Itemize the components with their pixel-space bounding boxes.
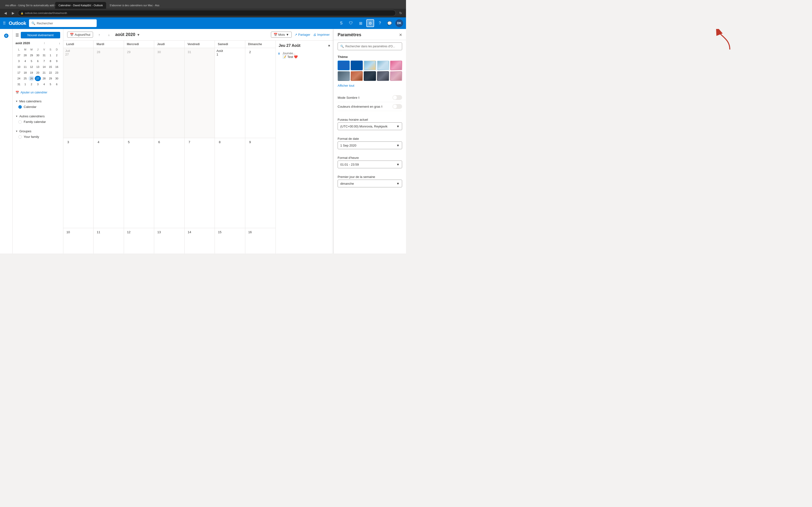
mini-cal-date[interactable]: 19: [29, 70, 34, 75]
time-format-dropdown[interactable]: 01:01 - 23:59 ▼: [338, 161, 402, 168]
cal-cell-jul29[interactable]: 29: [124, 48, 154, 138]
day-panel-event[interactable]: Journée... 📝 Test ❤️: [278, 51, 331, 60]
apps-icon[interactable]: ⊞: [357, 19, 364, 27]
mini-cal-date[interactable]: 12: [29, 64, 34, 69]
cal-cell-11[interactable]: 11: [94, 228, 124, 253]
mini-cal-date[interactable]: 3: [35, 81, 41, 87]
theme-swatch-7[interactable]: [364, 71, 376, 81]
calendar-item-your-family[interactable]: Your family: [15, 134, 60, 139]
afficher-tout-themes[interactable]: Afficher tout: [338, 83, 402, 89]
mini-cal-date[interactable]: 31: [41, 53, 47, 58]
cal-cell-jul28[interactable]: 28: [94, 48, 124, 138]
mini-cal-date[interactable]: 5: [48, 81, 53, 87]
theme-swatch-9[interactable]: [390, 71, 402, 81]
cal-cell-6[interactable]: 6: [154, 138, 185, 228]
theme-swatch-1[interactable]: [351, 61, 363, 70]
timezone-dropdown[interactable]: (UTC+00:00) Monrovia, Reykjavik ▼: [338, 122, 402, 130]
cal-next-button[interactable]: ↓: [106, 32, 112, 38]
mini-cal-date[interactable]: 24: [16, 76, 22, 81]
mini-cal-date[interactable]: 18: [22, 70, 28, 75]
mini-cal-date[interactable]: 16: [54, 64, 60, 69]
forward-button[interactable]: ▶: [10, 10, 16, 16]
mini-cal-date[interactable]: 3: [16, 58, 22, 64]
hamburger-menu[interactable]: ☰: [15, 33, 19, 38]
cal-cell-16[interactable]: 16: [245, 228, 275, 253]
theme-swatch-4[interactable]: [390, 61, 402, 70]
mini-cal-date[interactable]: 22: [48, 70, 53, 75]
event-color-toggle[interactable]: [393, 104, 402, 109]
mini-cal-prev[interactable]: ↑: [44, 42, 45, 45]
browser-tab-2[interactable]: Calendrier - David Kalajdžić - Outlook: [55, 2, 106, 9]
today-button[interactable]: 📅 Aujourd'hui: [67, 32, 93, 38]
mini-cal-date[interactable]: 15: [48, 64, 53, 69]
mini-cal-date[interactable]: 11: [22, 64, 28, 69]
cal-cell-12[interactable]: 12: [124, 228, 154, 253]
dark-mode-toggle[interactable]: [393, 95, 402, 100]
cal-cell-3[interactable]: 3: [63, 138, 94, 228]
cal-cell-4[interactable]: 4: [94, 138, 124, 228]
theme-swatch-6[interactable]: [351, 71, 363, 81]
theme-swatch-5[interactable]: [338, 71, 350, 81]
search-bar[interactable]: 🔍 Rechercher: [29, 19, 97, 27]
first-day-dropdown[interactable]: dimanche ▼: [338, 180, 402, 187]
mini-cal-date[interactable]: 9: [54, 58, 60, 64]
feedback-icon[interactable]: 💬: [386, 19, 394, 27]
theme-swatch-3[interactable]: [377, 61, 389, 70]
mini-cal-date[interactable]: 2: [29, 81, 34, 87]
mini-cal-date[interactable]: 20: [35, 70, 41, 75]
mini-cal-date[interactable]: 6: [35, 58, 41, 64]
mini-cal-date[interactable]: 28: [41, 76, 47, 81]
mini-cal-date[interactable]: 14: [41, 64, 47, 69]
mini-cal-date-26[interactable]: 26: [29, 76, 34, 81]
mini-cal-date[interactable]: 30: [35, 53, 41, 58]
my-calendars-title[interactable]: ▼ Mes calendriers: [15, 99, 60, 104]
reload-button[interactable]: ↻: [398, 10, 404, 16]
cal-cell-13[interactable]: 13: [154, 228, 185, 253]
settings-icon[interactable]: ⚙: [366, 19, 374, 27]
cal-cell-jul27[interactable]: Juil 27: [63, 48, 94, 138]
skype-icon[interactable]: S: [337, 19, 345, 27]
user-avatar[interactable]: DK: [395, 19, 403, 27]
mini-cal-date[interactable]: 30: [54, 76, 60, 81]
mini-cal-date-27-today[interactable]: 27: [35, 76, 41, 81]
share-button[interactable]: ↗ Partager: [295, 33, 310, 37]
theme-swatch-8[interactable]: [377, 71, 389, 81]
cal-cell-5[interactable]: 5: [124, 138, 154, 228]
cal-cell-9[interactable]: 9: [245, 138, 275, 228]
cal-cell-8[interactable]: 8: [215, 138, 245, 228]
theme-swatch-0[interactable]: [338, 61, 350, 70]
mini-cal-next[interactable]: ↓: [59, 42, 60, 45]
mini-cal-date[interactable]: 6: [54, 81, 60, 87]
cal-cell-14[interactable]: 14: [185, 228, 215, 253]
theme-swatch-2[interactable]: [364, 61, 376, 70]
mini-cal-date[interactable]: 8: [48, 58, 53, 64]
cal-cell-aug2[interactable]: 2: [245, 48, 275, 138]
mini-cal-date[interactable]: 23: [54, 70, 60, 75]
settings-search[interactable]: 🔍 Rechercher dans les paramètres d'O...: [338, 43, 402, 50]
dark-mode-info-icon[interactable]: ℹ: [358, 96, 359, 99]
browser-tab-1[interactable]: ms office - Using Siri to automatically …: [2, 2, 55, 9]
date-format-dropdown[interactable]: 1 Sep 2020 ▼: [338, 142, 402, 149]
print-button[interactable]: 🖨 Imprimer: [313, 33, 329, 37]
browser-tab-3[interactable]: S'abonner à des calendriers sur Mac - As…: [106, 2, 159, 9]
new-event-button[interactable]: Nouvel événement: [21, 32, 60, 38]
sidebar-icon-outlook[interactable]: O: [1, 31, 11, 41]
mini-cal-date[interactable]: 29: [48, 76, 53, 81]
mini-cal-date[interactable]: 5: [29, 58, 34, 64]
month-dropdown-icon[interactable]: ▼: [137, 33, 140, 37]
mini-cal-date[interactable]: 7: [41, 58, 47, 64]
cal-cell-jul31[interactable]: 31: [185, 48, 215, 138]
address-bar[interactable]: 🔒 outlook.live.com/calendar/0/view/month: [18, 10, 396, 16]
mini-cal-date[interactable]: 17: [16, 70, 22, 75]
cal-cell-7[interactable]: 7: [185, 138, 215, 228]
help-icon[interactable]: ?: [376, 19, 384, 27]
mini-cal-date[interactable]: 1: [48, 53, 53, 58]
mini-cal-date[interactable]: 31: [16, 81, 22, 87]
other-calendars-title[interactable]: ▼ Autres calendriers: [15, 113, 60, 119]
cal-cell-aug1[interactable]: Août 1: [215, 48, 245, 138]
mini-cal-date[interactable]: 27: [16, 53, 22, 58]
view-selector[interactable]: 📅 Mois ▼: [271, 32, 292, 38]
event-color-info-icon[interactable]: ℹ: [382, 105, 382, 108]
cal-prev-button[interactable]: ↑: [96, 32, 103, 38]
calendar-item-calendar[interactable]: ✓ Calendar: [15, 104, 60, 110]
